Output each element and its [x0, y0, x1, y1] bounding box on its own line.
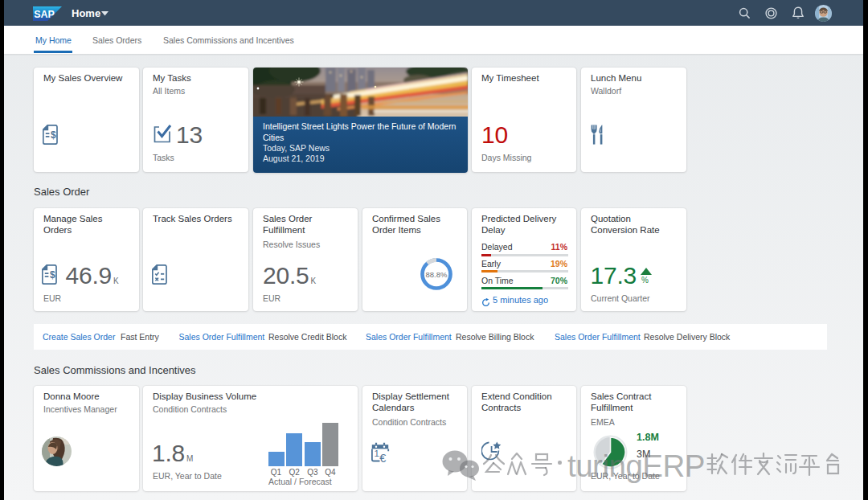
svg-text:€: €	[379, 452, 386, 464]
svg-text:$: $	[51, 129, 56, 141]
svg-text:1: 1	[375, 449, 379, 458]
svg-text:$: $	[50, 269, 55, 281]
svg-text:88.8%: 88.8%	[426, 270, 448, 279]
svg-text:SAP: SAP	[34, 9, 55, 20]
